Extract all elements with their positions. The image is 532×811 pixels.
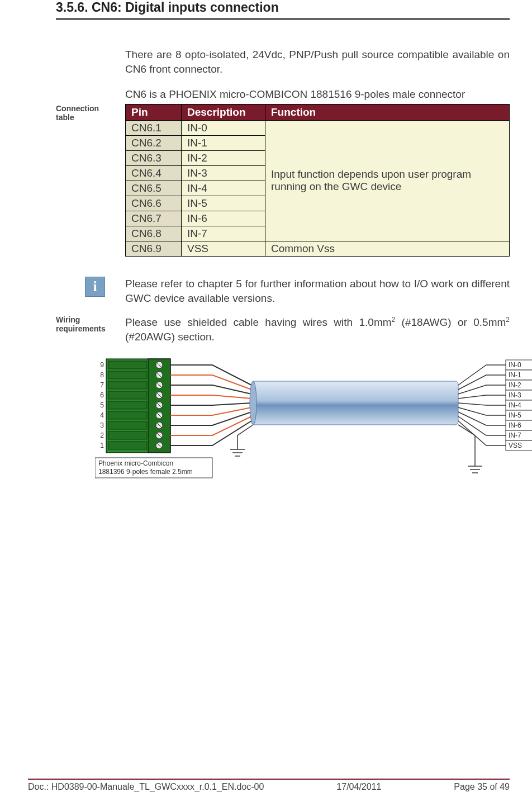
intro-paragraph-2: CN6 is a PHOENIX micro-COMBICON 1881516 … [125, 87, 510, 102]
pin-cell: CN6.9 [126, 241, 182, 256]
function-cell: Common Vss [265, 241, 510, 256]
signal-label: IN-3 [509, 391, 521, 399]
svg-rect-11 [108, 391, 146, 399]
pin-number: 6 [100, 391, 104, 399]
desc-cell: IN-3 [182, 165, 265, 181]
footer-doc: Doc.: HD0389-00-Manuale_TL_GWCxxxx_r.0.1… [28, 782, 264, 792]
footer-date: 17/04/2011 [336, 782, 381, 792]
connector-note-line1: Phoenix micro-Combicon [98, 459, 173, 467]
pin-number: 8 [100, 371, 104, 379]
wiring-requirements-text: Please use shielded cable having wires w… [125, 315, 510, 344]
info-note-text: Please refer to chapter 5 for further in… [125, 277, 510, 305]
connection-table-label: Connection table [56, 104, 118, 122]
svg-rect-2 [108, 361, 146, 369]
svg-rect-29 [251, 381, 458, 425]
desc-cell: IN-2 [182, 150, 265, 165]
desc-cell: IN-4 [182, 181, 265, 196]
connection-table: Pin Description Function CN6.1 IN-0 Inpu… [125, 104, 510, 257]
desc-cell: IN-1 [182, 135, 265, 150]
function-merged-cell: Input function depends upon user program… [265, 120, 510, 241]
desc-cell: IN-0 [182, 120, 265, 135]
signal-label: IN-4 [509, 401, 521, 409]
signal-label: IN-1 [509, 371, 521, 379]
svg-rect-14 [108, 401, 146, 409]
pin-number: 2 [100, 431, 104, 439]
wiring-pre: Please use shielded cable having wires w… [125, 317, 392, 329]
signal-label: IN-2 [509, 381, 521, 389]
wiring-diagram: 987654321 [95, 354, 510, 485]
section-heading: 3.5.6. CN6: Digital inputs connection [56, 0, 510, 20]
svg-point-30 [250, 381, 256, 425]
svg-rect-17 [108, 411, 146, 419]
wiring-post: (#20AWG) section. [125, 331, 215, 343]
svg-rect-26 [108, 442, 146, 449]
footer-page: Page 35 of 49 [454, 782, 510, 792]
signal-label: IN-6 [509, 421, 521, 429]
svg-rect-20 [108, 421, 146, 429]
pin-cell: CN6.6 [126, 196, 182, 211]
pin-number: 4 [100, 411, 104, 419]
pin-cell: CN6.4 [126, 165, 182, 181]
spacer [56, 48, 118, 76]
info-icon: i [85, 277, 105, 297]
pin-number: 7 [100, 381, 104, 389]
pin-number: 5 [100, 401, 104, 409]
signal-label: VSS [509, 442, 522, 449]
desc-cell: VSS [182, 241, 265, 256]
signal-label: IN-0 [509, 361, 521, 369]
page-footer: Doc.: HD0389-00-Manuale_TL_GWCxxxx_r.0.1… [28, 779, 510, 792]
th-description: Description [182, 104, 265, 120]
pin-cell: CN6.1 [126, 120, 182, 135]
pin-cell: CN6.5 [126, 181, 182, 196]
connector-note-line2: 1881396 9-poles female 2.5mm [98, 468, 193, 476]
pin-cell: CN6.2 [126, 135, 182, 150]
superscript-2: 2 [506, 316, 510, 324]
desc-cell: IN-6 [182, 211, 265, 226]
th-function: Function [265, 104, 510, 120]
table-row: CN6.9 VSS Common Vss [126, 241, 510, 256]
table-row: CN6.1 IN-0 Input function depends upon u… [126, 120, 510, 135]
wiring-requirements-label: Wiring requirements [56, 315, 118, 344]
svg-rect-8 [108, 381, 146, 389]
pin-cell: CN6.3 [126, 150, 182, 165]
signal-label: IN-5 [509, 411, 521, 419]
pin-cell: CN6.8 [126, 226, 182, 241]
pin-cell: CN6.7 [126, 211, 182, 226]
pin-number: 9 [100, 361, 104, 369]
svg-rect-5 [108, 371, 146, 379]
pin-number: 1 [100, 442, 104, 449]
svg-rect-23 [108, 431, 146, 439]
table-header-row: Pin Description Function [126, 104, 510, 120]
th-pin: Pin [126, 104, 182, 120]
signal-label: IN-7 [509, 431, 521, 439]
desc-cell: IN-5 [182, 196, 265, 211]
desc-cell: IN-7 [182, 226, 265, 241]
intro-paragraph-1: There are 8 opto-isolated, 24Vdc, PNP/Pu… [125, 48, 510, 76]
spacer [56, 87, 118, 102]
pin-number: 3 [100, 421, 104, 429]
wiring-mid: (#18AWG) or 0.5mm [395, 317, 506, 329]
